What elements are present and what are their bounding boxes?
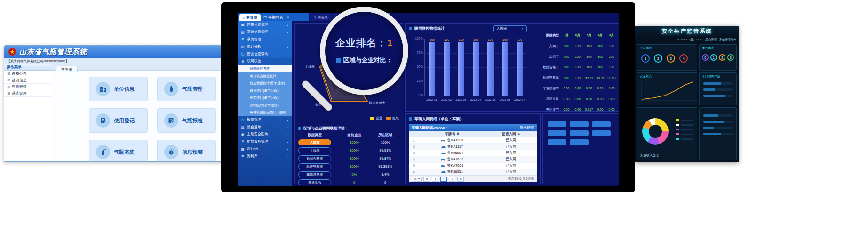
chevron-down-icon: ⌄: [286, 125, 289, 129]
sidebar-item-library[interactable]: ≣资料库⌄: [238, 153, 292, 160]
stat-row-overspeed: 超速次数 0 0: [295, 178, 403, 186]
sidebar-item-extend-service[interactable]: ✕扩展服务管理⌄: [238, 138, 292, 145]
monthly-row-track: 轨迹完整车 10010099.7398.9599.93100: [537, 72, 619, 83]
section-bullet-icon: [298, 127, 301, 130]
rank-value: 1: [387, 37, 393, 48]
gas-main-area: 主界面 单位信息 气瓶管理 使用登记 气瓶报检: [51, 64, 239, 162]
gear-icon: ⚙: [240, 37, 245, 41]
gauge-ring: 3: [667, 54, 675, 63]
table-row[interactable]: 2 鲁KA1117 已入网: [409, 144, 537, 150]
stat-pill-online-rate[interactable]: 上线率: [298, 147, 331, 153]
tile-usage-register[interactable]: 使用登记: [89, 108, 148, 133]
stat-pill-network-rate[interactable]: 入网率: [298, 139, 331, 145]
export-detail-button[interactable]: 导出明细: [520, 126, 534, 130]
submenu-daily-track-stats[interactable]: 每日轨迹数据统计: [238, 72, 292, 80]
monitor-app-window: ⌂ 主菜单 ▭ 车辆列表 « 车辆看板 数据看板 联网联控考核× ▣违章处置管理…: [238, 13, 619, 186]
last-page-button[interactable]: »: [457, 177, 464, 182]
gas-app-title: 山东省气瓶管理系统: [19, 48, 87, 56]
sort-icon[interactable]: ⇅: [456, 132, 459, 136]
submenu-daily-track-test[interactable]: 每日轨迹数据统计（测试）: [238, 109, 292, 116]
submenu-overspeed-stats[interactable]: 超速统计(基于运政): [238, 87, 292, 95]
sidebar-item-network[interactable]: ⊕联网联控⌃: [238, 58, 292, 65]
gas-menu-item-notice[interactable]: ⊞通知公告: [4, 71, 51, 77]
sidebar-item-pass-code[interactable]: ▦通行码⌄: [238, 145, 292, 153]
gauge-ring: 4: [679, 54, 688, 63]
gas-menu-item-baseinfo[interactable]: ⊞基础信息: [4, 77, 51, 84]
sidebar-item-alarm[interactable]: ☼报警管理⌄: [238, 116, 292, 124]
prev-page-button[interactable]: ‹: [432, 177, 438, 182]
sidebar-item-system[interactable]: ⚙系统管理: [238, 36, 292, 43]
table-row[interactable]: 3 鲁K96804 已入网: [409, 150, 537, 156]
stat-ent-value: 100%: [340, 164, 369, 169]
y-tick: 50%: [411, 65, 423, 68]
sidebar-item-history[interactable]: ◷历史信息查询⌄: [238, 50, 292, 58]
action-pill[interactable]: [570, 130, 589, 136]
tile-unit-info[interactable]: 单位信息: [89, 77, 148, 101]
action-pill[interactable]: [548, 130, 566, 136]
action-pill[interactable]: [548, 139, 566, 145]
metric-dropdown[interactable]: 入网率▼: [493, 25, 527, 32]
sidebar-item-safety-defense[interactable]: ◉主动安全防御⌄: [238, 131, 292, 138]
current-page[interactable]: 1: [440, 177, 447, 182]
stats-icon: ▧: [240, 45, 245, 49]
collapse-sidebar-button[interactable]: «: [287, 15, 289, 20]
vehicle-detail-header: 车辆入网明细（单位：车辆）: [406, 114, 540, 121]
table-row[interactable]: 4 鲁KA7637 已入网: [409, 156, 537, 162]
stat-pill-quality-rate[interactable]: 数据合格率: [298, 155, 331, 161]
stat-pill-drift-rate[interactable]: 车辆漂移率: [298, 171, 331, 177]
table-row[interactable]: 6 鲁K56951 已入网: [409, 169, 537, 175]
submenu-fatigue-stats[interactable]: 疲劳统计(基于运政): [238, 94, 292, 102]
vehicle-list-link[interactable]: ▭ 车辆列表: [263, 15, 283, 20]
sidebar-item-waybill[interactable]: ▥整合运单⌄: [238, 123, 292, 131]
tile-info-alert[interactable]: 信息预警: [157, 140, 216, 162]
network-icon: ⊕: [240, 59, 245, 64]
stat-pill-overspeed[interactable]: 超速次数: [298, 179, 331, 185]
action-pill[interactable]: [592, 130, 611, 136]
action-pill[interactable]: [570, 121, 589, 127]
action-pill[interactable]: [592, 121, 611, 127]
sidebar-submenu: 联网联控考核 每日轨迹数据统计 轨迹数据统计(基于运政) 超速统计(基于运政) …: [238, 65, 292, 116]
stat-ent-value: 0%: [340, 172, 369, 177]
sidebar-item-stats[interactable]: ▧统计分析⌄: [238, 43, 292, 51]
submenu-network-assessment[interactable]: 联网联控考核: [238, 65, 292, 72]
action-pill[interactable]: [570, 139, 589, 145]
table-row[interactable]: 1 鲁KA1909 已入网: [409, 137, 537, 144]
sort-icon[interactable]: ⇅: [517, 132, 520, 136]
stat-pill-track-rate[interactable]: 轨迹完整率: [298, 163, 331, 169]
home-icon: ⌂: [243, 16, 246, 20]
logout-link[interactable]: 系统管理退出: [719, 38, 736, 42]
tab-vehicle-board[interactable]: 车辆看板: [310, 13, 333, 21]
gas-menu-item-cylinder[interactable]: ⊞气瓶管理: [4, 84, 51, 90]
tile-cylinder-mgmt[interactable]: 气瓶管理: [157, 77, 216, 101]
progress-bar: [703, 133, 733, 135]
table-row[interactable]: 5 鲁KA7005 已入网: [409, 163, 537, 169]
page-size-select[interactable]: 10 ▾: [412, 177, 422, 182]
next-page-button[interactable]: ›: [449, 177, 455, 182]
col-status[interactable]: 是否入网 ⇅: [485, 132, 537, 137]
stat-reg-value: 99.391%: [372, 164, 399, 169]
user-label[interactable]: 启众管理: [705, 38, 717, 42]
stat-row-network: 入网率 100% 100%: [295, 138, 403, 146]
y-tick: 25%: [411, 79, 423, 82]
sidebar-item-base-info[interactable]: ▤基础信息管理⌄: [238, 29, 292, 36]
bar-2022-01: 100: [427, 38, 438, 96]
sidebar-item-violation[interactable]: ▣违章处置管理⌄: [238, 21, 292, 29]
action-pill[interactable]: [548, 121, 566, 127]
car-icon: [441, 158, 445, 161]
tile-cylinder-filling[interactable]: 气瓶充装: [89, 140, 148, 162]
vehicle-table: 车辆入网明细-2022-07 导出明细 车牌号 ⇅ 是否入网 ⇅ 1 鲁KA19…: [409, 124, 537, 182]
first-page-button[interactable]: «: [423, 177, 430, 182]
chevron-down-icon: ⌄: [286, 147, 289, 151]
gas-menu-item-system[interactable]: ⊞系统管理: [4, 90, 51, 97]
submenu-track-stats[interactable]: 轨迹数据统计(基于运政): [238, 80, 292, 87]
legend-swatch-yellow: [370, 117, 374, 120]
tile-cylinder-inspect[interactable]: 气瓶报检: [157, 108, 216, 133]
violation-icon: ▣: [240, 23, 245, 27]
safety-app-window: 安全生产监管系统 2022/06/01(三) 10:12 启众管理 系统管理退出…: [635, 26, 739, 162]
gas-tab-home[interactable]: 主界面: [56, 66, 78, 72]
register-icon: [96, 113, 110, 128]
compare-title: 区域与企业对比：: [325, 56, 403, 64]
submenu-drift-stats[interactable]: 漂移统计(基于运政): [238, 102, 292, 109]
main-menu-tab[interactable]: ⌂ 主菜单: [239, 14, 261, 21]
col-plate[interactable]: 车牌号 ⇅: [419, 132, 485, 137]
